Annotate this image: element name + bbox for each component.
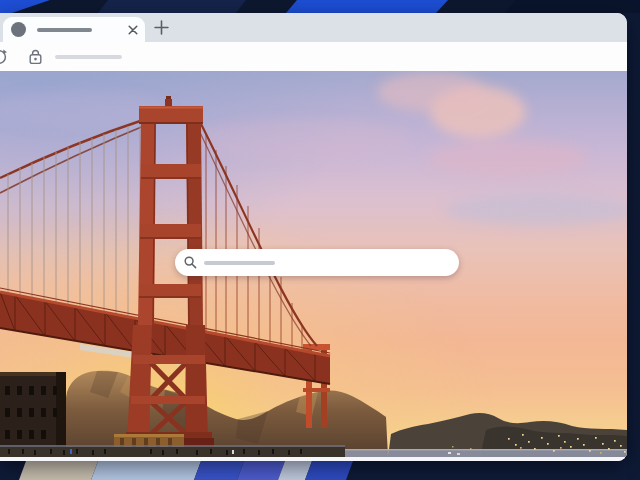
close-tab-button[interactable] bbox=[128, 25, 138, 35]
tab-bar bbox=[0, 13, 627, 42]
page-content bbox=[0, 71, 627, 457]
browser-window bbox=[0, 13, 627, 461]
window-bottom-edge bbox=[0, 457, 627, 461]
new-tab-button[interactable] bbox=[154, 20, 169, 35]
promo-backdrop bbox=[0, 0, 640, 480]
fort-building bbox=[0, 372, 66, 457]
close-icon bbox=[128, 25, 138, 35]
backdrop-bottom-stripes bbox=[0, 461, 627, 480]
search-input[interactable] bbox=[175, 249, 459, 276]
plus-icon bbox=[154, 20, 169, 35]
refresh-button[interactable] bbox=[0, 49, 7, 65]
backdrop-top-stripes bbox=[0, 0, 640, 13]
site-security-button[interactable] bbox=[28, 48, 43, 65]
search-placeholder-line bbox=[204, 261, 275, 265]
url-placeholder[interactable] bbox=[55, 55, 122, 59]
browser-tab[interactable] bbox=[3, 17, 145, 42]
refresh-icon bbox=[0, 49, 7, 65]
search-icon bbox=[184, 256, 197, 269]
lock-icon bbox=[28, 48, 43, 65]
favicon-placeholder-icon bbox=[11, 22, 26, 37]
address-bar bbox=[0, 42, 627, 71]
tab-title-placeholder bbox=[37, 28, 92, 32]
